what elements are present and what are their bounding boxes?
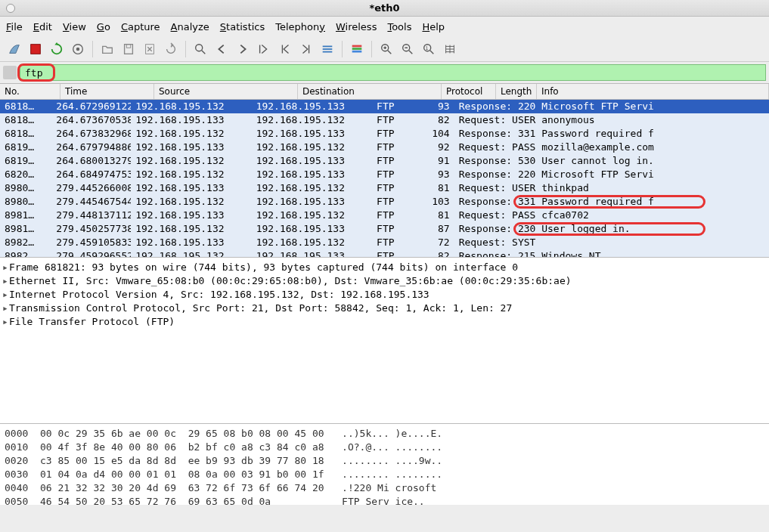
resize-columns-button[interactable] <box>440 39 460 59</box>
column-header-length[interactable]: Length <box>496 84 537 99</box>
restart-capture-button[interactable] <box>47 39 67 59</box>
zoom-out-button[interactable] <box>398 39 417 59</box>
expand-triangle-icon[interactable]: ▸ <box>2 315 9 329</box>
capture-options-button[interactable] <box>68 39 88 59</box>
title-bar: *eth0 <box>0 0 769 17</box>
packet-row[interactable]: 8981…279.448137112192.168.195.133192.168… <box>0 209 769 222</box>
go-last-button[interactable] <box>296 39 316 59</box>
display-filter-input[interactable] <box>20 64 766 81</box>
packet-bytes-pane[interactable]: 0000 00 0c 29 35 6b ae 00 0c 29 65 08 b0… <box>0 423 769 505</box>
find-packet-button[interactable] <box>191 39 210 59</box>
column-header-protocol[interactable]: Protocol <box>442 84 496 99</box>
packet-row[interactable]: 8980…279.445467544192.168.195.132192.168… <box>0 195 769 209</box>
column-header-source[interactable]: Source <box>154 84 298 99</box>
expand-triangle-icon[interactable]: ▸ <box>2 288 9 302</box>
toolbar-separator <box>92 41 93 57</box>
open-file-button[interactable] <box>98 39 117 59</box>
go-first-button[interactable] <box>275 39 295 59</box>
packet-row[interactable]: 6820…264.684974753192.168.195.132192.168… <box>0 168 769 181</box>
go-back-button[interactable] <box>212 39 231 59</box>
reload-button[interactable] <box>161 39 181 59</box>
menu-edit[interactable]: Edit <box>33 21 52 32</box>
cell-no: 6818… <box>0 100 51 113</box>
menu-wireless[interactable]: Wireless <box>336 21 377 32</box>
cell-no: 6818… <box>0 113 51 127</box>
cell-time: 279.448137112 <box>51 209 131 222</box>
menu-file[interactable]: File <box>6 21 23 32</box>
column-header-time[interactable]: Time <box>60 84 154 99</box>
menu-capture[interactable]: Capture <box>121 21 160 32</box>
column-header-no[interactable]: No. <box>0 84 60 99</box>
svg-rect-10 <box>352 45 362 47</box>
auto-scroll-button[interactable] <box>318 39 337 59</box>
cell-no: 8980… <box>0 181 51 195</box>
cell-len: 93 <box>419 168 454 181</box>
cell-src: 192.168.195.132 <box>131 249 251 257</box>
cell-len: 82 <box>419 249 454 257</box>
cell-no: 8981… <box>0 222 51 236</box>
zoom-reset-button[interactable]: 1 <box>419 39 439 59</box>
go-forward-button[interactable] <box>233 39 253 59</box>
cell-time: 264.679794886 <box>51 141 131 154</box>
cell-dst: 192.168.195.133 <box>252 154 372 168</box>
cell-len: 81 <box>419 181 454 195</box>
cell-src: 192.168.195.132 <box>131 168 251 181</box>
menu-telephony[interactable]: Telephony <box>275 21 325 32</box>
shark-fin-icon[interactable] <box>5 39 24 59</box>
expand-triangle-icon[interactable]: ▸ <box>2 274 9 288</box>
cell-info: Request: PASS cfca0702 <box>454 209 769 222</box>
toolbar-separator <box>371 41 372 57</box>
detail-tree-item[interactable]: ▸Frame 681821: 93 bytes on wire (744 bit… <box>2 261 767 274</box>
colorize-button[interactable] <box>347 39 367 59</box>
column-header-info[interactable]: Info <box>537 84 769 99</box>
cell-info: Response: 215 Windows NT <box>454 249 769 257</box>
close-file-button[interactable] <box>140 39 160 59</box>
packet-row[interactable]: 6819…264.679794886192.168.195.133192.168… <box>0 141 769 154</box>
save-file-button[interactable] <box>119 39 138 59</box>
cell-src: 192.168.195.132 <box>131 195 251 209</box>
cell-src: 192.168.195.133 <box>131 209 251 222</box>
menu-help[interactable]: Help <box>422 21 445 32</box>
cell-info: Request: USER thinkpad <box>454 181 769 195</box>
menu-statistics[interactable]: Statistics <box>220 21 265 32</box>
menu-tools[interactable]: Tools <box>387 21 411 32</box>
menu-analyze[interactable]: Analyze <box>171 21 209 32</box>
packet-row[interactable]: 8982…279.459105833192.168.195.133192.168… <box>0 236 769 249</box>
zoom-in-button[interactable] <box>377 39 396 59</box>
window-control-icon[interactable] <box>6 4 15 13</box>
stop-capture-button[interactable] <box>26 39 45 59</box>
expand-triangle-icon[interactable]: ▸ <box>2 261 9 274</box>
go-to-packet-button[interactable] <box>254 39 274 59</box>
cell-time: 279.450257738 <box>51 222 131 236</box>
svg-rect-3 <box>125 44 133 54</box>
cell-info: Response: 220 Microsoft FTP Servi <box>454 168 769 181</box>
cell-proto: FTP <box>372 209 419 222</box>
packet-row[interactable]: 6818…264.672969122192.168.195.132192.168… <box>0 100 769 113</box>
packet-list-header[interactable]: No. Time Source Destination Protocol Len… <box>0 83 769 100</box>
detail-tree-item[interactable]: ▸File Transfer Protocol (FTP) <box>2 315 767 329</box>
packet-list-pane[interactable]: 6818…264.672969122192.168.195.132192.168… <box>0 100 769 257</box>
detail-tree-item[interactable]: ▸Internet Protocol Version 4, Src: 192.1… <box>2 288 767 302</box>
cell-time: 279.459296552 <box>51 249 131 257</box>
packet-row[interactable]: 6818…264.673670538192.168.195.133192.168… <box>0 113 769 127</box>
packet-details-pane[interactable]: ▸Frame 681821: 93 bytes on wire (744 bit… <box>0 257 769 423</box>
cell-time: 279.445467544 <box>51 195 131 209</box>
cell-proto: FTP <box>372 100 419 113</box>
svg-rect-7 <box>323 45 333 47</box>
expand-triangle-icon[interactable]: ▸ <box>2 302 9 315</box>
menu-go[interactable]: Go <box>97 21 110 32</box>
cell-dst: 192.168.195.133 <box>252 168 372 181</box>
packet-row[interactable]: 8980…279.445266008192.168.195.133192.168… <box>0 181 769 195</box>
packet-row[interactable]: 8981…279.450257738192.168.195.132192.168… <box>0 222 769 236</box>
packet-row[interactable]: 6819…264.680013279192.168.195.132192.168… <box>0 154 769 168</box>
cell-time: 279.445266008 <box>51 181 131 195</box>
column-header-destination[interactable]: Destination <box>298 84 442 99</box>
filter-bookmark-icon[interactable] <box>3 66 17 79</box>
detail-tree-item[interactable]: ▸Ethernet II, Src: Vmware_65:08:b0 (00:0… <box>2 274 767 288</box>
cell-dst: 192.168.195.132 <box>252 236 372 249</box>
menu-view[interactable]: View <box>63 21 86 32</box>
packet-row[interactable]: 8982…279.459296552192.168.195.132192.168… <box>0 249 769 257</box>
toolbar-separator <box>342 41 343 57</box>
packet-row[interactable]: 6818…264.673832968192.168.195.132192.168… <box>0 127 769 141</box>
detail-tree-item[interactable]: ▸Transmission Control Protocol, Src Port… <box>2 302 767 315</box>
